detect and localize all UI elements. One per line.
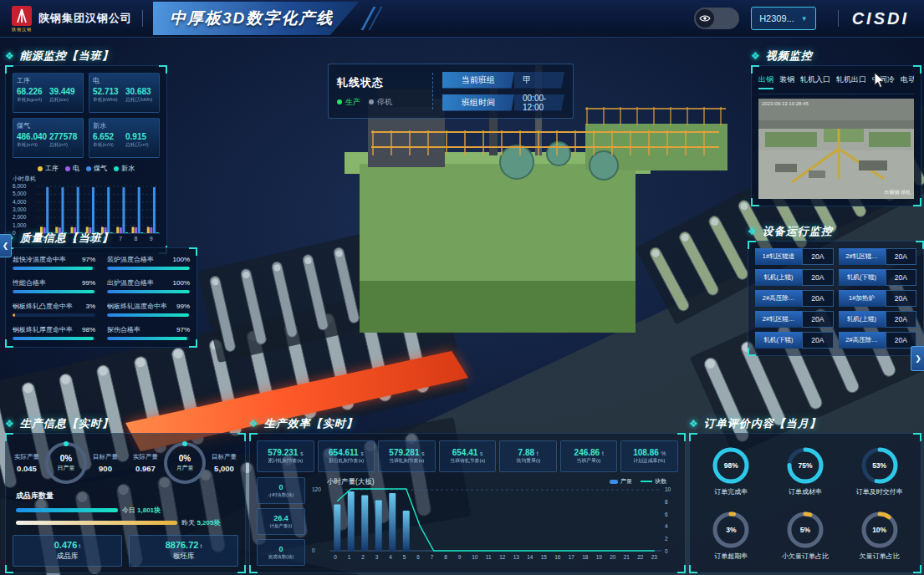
efficiency-label: 当班产量(t)	[577, 457, 601, 464]
equipment-value: 20A	[886, 248, 917, 265]
visibility-toggle[interactable]	[694, 8, 739, 29]
quality-item: 钢板终轧厚度命中率98%	[13, 325, 95, 340]
donut-ring: 98%	[712, 446, 750, 485]
x-axis-tick: 0	[334, 554, 337, 560]
video-tab-中间冷[interactable]: 中间冷	[872, 74, 895, 89]
donut-percent: 10%	[860, 511, 899, 549]
equipment-value: 20A	[802, 311, 834, 328]
x-axis-tick: 4	[389, 554, 392, 560]
legend-dot-icon	[65, 166, 70, 171]
right-collapse-tab[interactable]: ❯	[911, 346, 924, 371]
right-axis-tick: 4	[665, 523, 676, 529]
quality-bar-fill	[107, 313, 189, 317]
x-axis-tick: 13	[513, 554, 519, 560]
energy-panel-title: 能源监控【当班】	[20, 48, 114, 64]
efficiency-panel-title: 生产效率【实时】	[264, 416, 358, 431]
equipment-cell: 轧机(上辊)20A	[755, 269, 834, 286]
equipment-value: 20A	[802, 290, 834, 307]
legend-item: 工序	[38, 164, 59, 173]
quality-bar-fill	[13, 313, 15, 317]
video-tab-电动辊[interactable]: 电动辊	[901, 74, 914, 89]
x-axis-tick: 20	[610, 554, 615, 560]
shift-time-value: 00:00-12:00	[514, 94, 564, 111]
quality-label: 钢板终轧温度命中率	[107, 302, 167, 311]
x-axis-tick: 11	[486, 554, 492, 560]
left-collapse-tab[interactable]: ❮	[0, 234, 12, 257]
equipment-cell: 轧机(下辊)20A	[755, 332, 834, 349]
quality-bar-fill	[107, 290, 190, 293]
x-axis-tick: 3	[375, 554, 379, 560]
finished-stock-card: 0.476t 成品库	[13, 535, 122, 567]
dashboard-root: 陕钢汉钢 陕钢集团汉钢公司 中厚板3D数字化产线 H2309... ▼ CISD…	[0, 0, 924, 575]
inventory-bars: 今日 1,801块昨天 5,205块	[13, 506, 238, 527]
top-bar: 陕钢汉钢 陕钢集团汉钢公司 中厚板3D数字化产线 H2309... ▼ CISD…	[0, 0, 924, 38]
order-donut: 53%订单及时交付率	[845, 440, 914, 501]
efficiency-label: 累计轧制节奏(s)	[268, 457, 303, 464]
gauge-percent: 0%	[179, 454, 191, 463]
legend-item: 新水	[114, 164, 135, 173]
company-name: 陕钢集团汉钢公司	[38, 11, 132, 26]
x-axis-tick: 17	[569, 554, 574, 560]
video-tab-轧机入口[interactable]: 轧机入口	[800, 74, 830, 89]
quality-bar-fill	[107, 267, 190, 270]
efficiency-panel: ❖ 生产效率【实时】 579.231 s累计轧制节奏(s)654.611 s部分…	[249, 415, 686, 573]
quality-label: 超快冷温度命中率	[13, 255, 66, 264]
x-axis-tick: 7	[431, 554, 434, 560]
metric-value: 6.652	[93, 132, 123, 141]
panel-diamond-icon: ❖	[249, 418, 259, 430]
shift-value: 甲	[514, 72, 564, 89]
right-axis-tick: 8	[665, 499, 676, 505]
quality-item: 装炉温度合格率100%	[107, 255, 190, 270]
quality-bar-fill	[13, 267, 93, 270]
equipment-label: 2#轧区辊…	[755, 311, 802, 328]
efficiency-value: 246.86 t	[574, 448, 604, 457]
equipment-cell: 1#轧区辊道20A	[755, 248, 834, 265]
equipment-label: 轧机(上辊)	[839, 311, 886, 328]
metric-label: 单耗(kWh/t)	[93, 96, 121, 104]
efficiency-side-card: 26.4计划产量(t)	[257, 508, 305, 535]
panel-diamond-icon: ❖	[689, 418, 699, 430]
energy-card-title: 工序	[17, 76, 79, 85]
side-card-value: 0	[278, 545, 283, 553]
production-info-panel: ❖ 生产信息【实时】 实际产量0.0450%日产量目标产量900实际产量0.96…	[5, 415, 246, 573]
equipment-cell: 2#高压除…20A	[839, 332, 917, 349]
x-axis-tick: 22	[637, 554, 643, 560]
video-tab-轧机出口[interactable]: 轧机出口	[836, 74, 866, 89]
efficiency-label: 当班轧制节奏(s)	[389, 457, 424, 464]
donut-label: 欠量订单占比	[860, 552, 900, 561]
y-axis-tick: 5,000	[13, 191, 34, 196]
quality-bar-fill	[13, 290, 94, 293]
donut-ring: 10%	[860, 511, 899, 549]
quality-value: 97%	[176, 326, 190, 333]
quality-value: 100%	[173, 279, 190, 287]
x-axis-tick: 23	[651, 554, 657, 560]
video-tab-装钢[interactable]: 装钢	[779, 74, 794, 89]
legend-dot-icon	[38, 166, 43, 171]
camera-timestamp: 2023-09-13 10:28:45	[762, 101, 809, 106]
donut-percent: 98%	[712, 446, 750, 485]
efficiency-side-card: 0完成块数(块)	[257, 539, 305, 566]
shift-key: 当前班组	[442, 72, 514, 89]
inventory-bar: 昨天 5,205块	[16, 518, 238, 527]
panel-diamond-icon: ❖	[5, 418, 15, 430]
x-axis-tick: 14	[527, 554, 533, 560]
cisdi-logo: CISDI	[852, 9, 909, 28]
equipment-label: 2#高压除…	[755, 290, 802, 307]
quality-item: 超快冷温度命中率97%	[13, 255, 95, 270]
quality-bar	[13, 313, 95, 317]
donut-percent: 5%	[786, 511, 824, 549]
quality-bar	[107, 313, 190, 317]
donut-ring: 75%	[786, 446, 824, 485]
gauge-left-label: 实际产量	[14, 453, 39, 461]
cctv-video-feed[interactable]: 2023-09-13 10:28:45 出钢侧 球机	[758, 99, 914, 199]
side-card-label: 计划产量(t)	[270, 522, 293, 529]
quality-value: 3%	[85, 303, 95, 310]
right-axis-tick: 2	[665, 536, 676, 542]
device-select-dropdown[interactable]: H2309... ▼	[751, 7, 816, 30]
x-axis-tick: 21	[624, 554, 630, 560]
video-tab-出钢[interactable]: 出钢	[758, 74, 773, 89]
efficiency-label: 块均重量(t)	[516, 457, 540, 464]
inventory-bar-fill	[16, 521, 177, 525]
quality-item: 出炉温度合格率100%	[107, 278, 190, 293]
efficiency-label: 计划达成率(%)	[634, 457, 666, 464]
